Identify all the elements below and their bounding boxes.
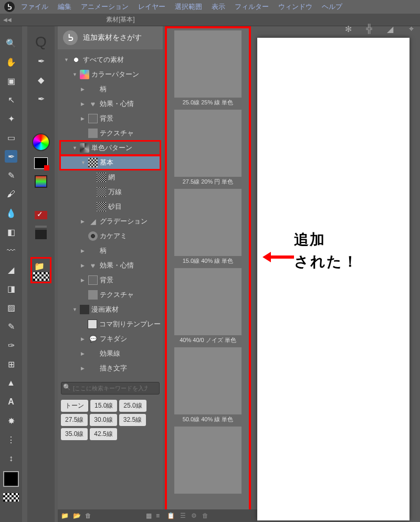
pencil-tool-icon[interactable]: ✎	[5, 169, 17, 182]
tree-item[interactable]: テクスチャ	[60, 126, 161, 141]
expand-arrow-icon[interactable]: ▶	[81, 101, 86, 106]
move-tool-icon[interactable]: ✋	[5, 56, 17, 68]
align-icon[interactable]: ╬	[363, 23, 375, 35]
color-wheel-icon[interactable]	[32, 133, 50, 151]
expand-arrow-icon[interactable]: ▼	[81, 160, 86, 165]
menu-view[interactable]: 表示	[208, 1, 228, 13]
marquee-tool-icon[interactable]: ▭	[5, 131, 17, 144]
zoom-tool-icon[interactable]: 🔍	[5, 37, 17, 49]
material-header[interactable]: ᕊ 追加素材をさがす	[58, 26, 163, 49]
ruler-tool-icon[interactable]: ⊞	[5, 358, 17, 370]
expand-arrow-icon[interactable]: ▶	[81, 351, 86, 356]
tree-item[interactable]: 砂目	[60, 199, 161, 214]
expand-arrow-icon[interactable]: ▼	[72, 145, 78, 151]
cursor-tool-icon[interactable]: ↖	[5, 93, 17, 106]
object-tool-icon[interactable]: ▣	[5, 74, 17, 87]
filter-tag[interactable]: 30.0線	[90, 414, 117, 426]
list-view-icon[interactable]: ≡	[156, 512, 160, 519]
expand-arrow-icon[interactable]: ▶	[81, 116, 86, 121]
tree-item[interactable]: ▼漫画素材	[60, 302, 161, 317]
material-thumb[interactable]: 27.5線 20% 円 単色	[171, 110, 245, 186]
spray-tool-icon[interactable]: 💧	[5, 207, 17, 219]
expand-arrow-icon[interactable]: ▶	[81, 87, 86, 92]
menu-filter[interactable]: フィルター	[232, 1, 272, 13]
subtool-pen-icon[interactable]: ✒	[35, 55, 47, 67]
tree-item[interactable]: ▶描き文字	[60, 361, 161, 376]
delete-icon[interactable]: 🗑	[85, 512, 91, 519]
material-thumb[interactable]: 50.0線 40% 線 単色	[171, 347, 245, 423]
gradient-tool-icon[interactable]: ◨	[5, 282, 17, 295]
menu-file[interactable]: ファイル	[18, 1, 51, 13]
tree-item[interactable]: ▶効果・心情	[60, 97, 161, 111]
tree-item[interactable]: ▶背景	[60, 111, 161, 126]
material-thumb[interactable]: 15.0線 40% 線 単色	[171, 189, 245, 265]
folder-icon[interactable]: 📁	[61, 512, 69, 519]
subtool-nib-icon[interactable]: ✒	[35, 92, 47, 105]
material-thumb[interactable]: 25.0線 25% 線 単色	[171, 30, 245, 106]
menu-help[interactable]: ヘルプ	[319, 1, 345, 13]
burst-tool-icon[interactable]: ✸	[5, 414, 17, 427]
bg-pattern-swatch[interactable]	[3, 493, 19, 502]
trash-icon[interactable]: 🗑	[202, 512, 208, 519]
tree-item[interactable]: ▶効果線	[60, 346, 161, 361]
eyedrop-tool-icon[interactable]: ✑	[5, 339, 17, 351]
filter-tag[interactable]: 15.0線	[90, 400, 117, 412]
tree-item[interactable]: ▼単色パターン	[60, 141, 161, 155]
pen-tool-icon[interactable]: ✒	[5, 150, 17, 163]
menu-animation[interactable]: アニメーション	[78, 1, 132, 13]
tree-item[interactable]: 網	[60, 170, 161, 185]
eraser-tool-icon[interactable]: ◧	[5, 226, 17, 238]
expand-arrow-icon[interactable]: ▼	[64, 57, 69, 62]
layers-icon[interactable]	[35, 230, 47, 239]
canvas-area[interactable]	[257, 38, 410, 520]
expand-arrow-icon[interactable]: ▼	[72, 307, 78, 312]
grid-view-icon[interactable]: ▦	[146, 512, 152, 519]
tree-item[interactable]: ▶フキダシ	[60, 332, 161, 346]
color-set-icon[interactable]	[35, 175, 47, 188]
app-logo-icon[interactable]: ᕊ	[4, 2, 15, 12]
scroll-tool-icon[interactable]: ↕	[5, 452, 17, 465]
expand-arrow-icon[interactable]: ▶	[81, 366, 86, 371]
tree-item[interactable]: ▶効果・心情	[60, 258, 161, 273]
filter-tag[interactable]: 32.5線	[119, 414, 146, 426]
props-icon[interactable]: ☰	[180, 512, 186, 519]
tree-item[interactable]: ▼すべての素材	[60, 52, 161, 67]
tree-item[interactable]: ▼カラーパターン	[60, 67, 161, 82]
loading-icon[interactable]: ✻	[342, 23, 354, 35]
correct-tool-icon[interactable]: ✎	[5, 320, 17, 333]
expand-arrow-icon[interactable]: ▶	[81, 219, 86, 224]
menu-edit[interactable]: 編集	[55, 1, 75, 13]
expand-arrow-icon[interactable]: ▶	[81, 248, 86, 253]
text-tool-icon[interactable]: A	[5, 396, 17, 408]
color-indicator-icon[interactable]	[34, 157, 48, 169]
menu-window[interactable]: ウィンドウ	[275, 1, 316, 13]
material-thumb[interactable]: 40% 40/0 ノイズ 単色	[171, 268, 245, 344]
tree-item[interactable]: ▶柄	[60, 82, 161, 97]
blend-tool-icon[interactable]: 〰	[5, 244, 17, 257]
filter-tag[interactable]: 25.0線	[119, 400, 146, 412]
subtool-dark-icon[interactable]: ◆	[35, 73, 47, 86]
material-thumb[interactable]	[171, 427, 245, 495]
tree-item[interactable]: 万線	[60, 185, 161, 199]
brush-tool-icon[interactable]: 🖌	[5, 188, 17, 200]
fg-color-swatch[interactable]	[3, 471, 19, 487]
folder-open-icon[interactable]: 📂	[73, 512, 81, 519]
search-input[interactable]	[61, 382, 160, 395]
expand-arrow-icon[interactable]: ▶	[81, 336, 86, 342]
filter-tag[interactable]: 27.5線	[61, 414, 88, 426]
tree-item[interactable]: ▶グラデーション	[60, 214, 161, 229]
tree-item[interactable]: コマ割りテンプレー	[60, 317, 161, 332]
tree-item[interactable]: テクスチャ	[60, 287, 161, 302]
highlighted-material-button[interactable]: 📁	[30, 257, 51, 283]
expand-arrow-icon[interactable]: ▶	[81, 278, 86, 283]
fill-tool-icon[interactable]: ◢	[5, 263, 17, 276]
expand-arrow-icon[interactable]: ▼	[72, 72, 78, 77]
settings-icon[interactable]: ⚙	[191, 512, 197, 519]
menu-selection[interactable]: 選択範囲	[172, 1, 205, 13]
filter-tag[interactable]: 42.5線	[90, 428, 117, 440]
approve-icon[interactable]	[35, 211, 47, 219]
misc-tool-icon[interactable]: ⋮	[5, 433, 17, 446]
target-icon[interactable]: ⌖	[405, 23, 417, 35]
fill-icon[interactable]: ◢	[384, 23, 396, 35]
collapse-icon[interactable]: ◀◀	[3, 17, 12, 23]
